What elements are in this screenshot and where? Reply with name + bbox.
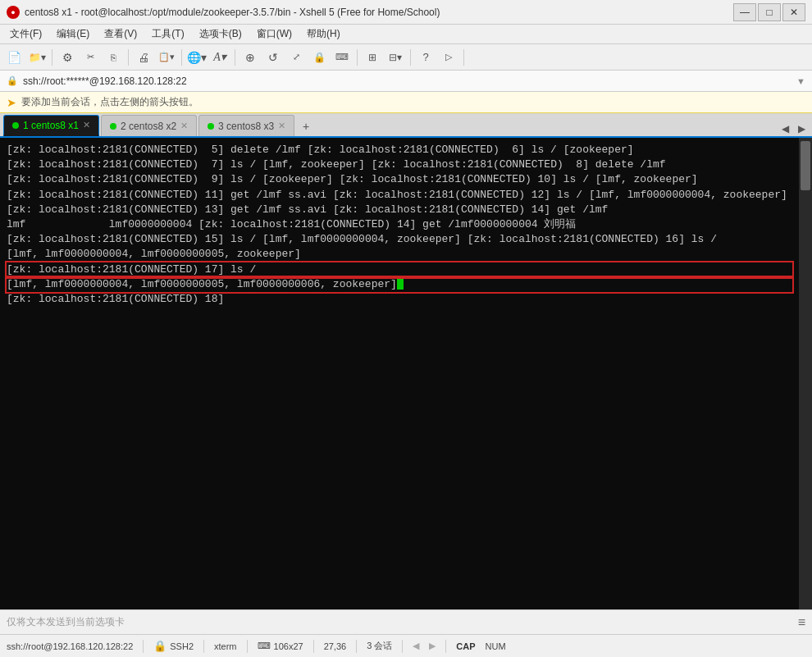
tab-add-button[interactable]: + <box>296 116 316 136</box>
status-terminal-section: xterm <box>214 641 237 651</box>
terminal-line: [zk: localhost:2181(CONNECTED) 14] get /… <box>333 203 608 216</box>
title-text: centos8 x1 - root@localhost:/opt/module/… <box>25 7 440 18</box>
toolbar-open[interactable]: 📁▾ <box>26 48 48 67</box>
toolbar: 📄 📁▾ ⚙ ✂ ⎘ 🖨 📋▾ 🌐▾ A▾ ⊕ ↺ ⤢ 🔒 ⌨ ⊞ ⊟▾ ? ▷ <box>0 44 812 71</box>
toolbar-add[interactable]: ⊞ <box>362 48 383 67</box>
status-protocol: SSH2 <box>170 641 194 651</box>
tab-nav-left-icon[interactable]: ◀ <box>778 121 792 136</box>
terminal-line: [zk: localhost:2181(CONNECTED) 7] ls / <box>7 158 256 171</box>
terminal-line: [lmf, lmf0000000004, lmf0000000005, lmf0… <box>7 277 792 292</box>
menu-view[interactable]: 查看(V) <box>98 25 144 43</box>
menu-tabs[interactable]: 选项卡(B) <box>193 25 249 43</box>
address-text: ssh://root:******@192.168.120.128:22 <box>23 75 187 87</box>
status-bar: ssh://root@192.168.120.128:22 🔒 SSH2 xte… <box>0 634 812 657</box>
terminal-scrollbar[interactable] <box>799 138 812 609</box>
app-icon: ● <box>7 6 20 19</box>
minimize-button[interactable]: — <box>733 3 756 21</box>
toolbar-keyboard[interactable]: ⌨ <box>331 48 353 67</box>
terminal-line: [lmf, lmf0000000004, zookeeper] <box>262 233 461 245</box>
toolbar-zoom[interactable]: ⤢ <box>285 48 307 67</box>
tab-close-2[interactable]: ✕ <box>180 121 188 131</box>
toolbar-print2[interactable]: 📋▾ <box>156 48 177 67</box>
tab-label-3: 3 centos8 x3 <box>218 121 274 132</box>
terminal-wrapper: [zk: localhost:2181(CONNECTED) 5] delete… <box>0 138 812 609</box>
menu-file[interactable]: 文件(F) <box>3 25 48 43</box>
scrollbar-thumb[interactable] <box>801 141 810 190</box>
terminal-line: 刘明福 <box>544 218 576 230</box>
menu-tools[interactable]: 工具(T) <box>145 25 190 43</box>
terminal-line: [zk: localhost:2181(CONNECTED) 5] delete… <box>7 144 301 156</box>
toolbar-minus[interactable]: ⊟▾ <box>385 48 406 67</box>
toolbar-lock[interactable]: 🔒 <box>308 48 330 67</box>
terminal-line: [zk: localhost:2181(CONNECTED) 9] ls / <box>7 173 256 185</box>
expand-icon[interactable]: ≡ <box>798 615 805 630</box>
terminal-cursor <box>397 279 404 290</box>
menu-help[interactable]: 帮助(H) <box>300 25 347 43</box>
toolbar-font[interactable]: A▾ <box>209 48 230 67</box>
terminal-line: [lmf, zookeeper] <box>262 158 365 171</box>
info-arrow-icon: ➤ <box>7 96 16 109</box>
terminal-line: [zk: localhost:2181(CONNECTED) 8] delete… <box>372 158 666 171</box>
status-host: ssh://root@192.168.120.128:22 <box>7 641 133 651</box>
terminal-line: [zk: localhost:2181(CONNECTED) 12] ls / <box>333 189 582 201</box>
terminal-line: [zk: localhost:2181(CONNECTED) 13] get /… <box>7 203 281 216</box>
bottom-input-bar: 仅将文本发送到当前选项卡 ≡ <box>0 609 812 634</box>
toolbar-btn2[interactable]: ↺ <box>262 48 284 67</box>
close-button[interactable]: ✕ <box>782 3 805 21</box>
tab-close-1[interactable]: ✕ <box>83 120 90 130</box>
terminal-line: [lmf, lmf0000000004, lmf0000000005, zook… <box>7 248 301 260</box>
terminal-line: lmf lmf0000000004 <box>7 218 192 230</box>
terminal-line: [zk: localhost:2181(CONNECTED) 17] ls / <box>7 262 792 277</box>
toolbar-web[interactable]: 🌐▾ <box>186 48 208 67</box>
tab-bar: 1 centos8 x1 ✕ 2 centos8 x2 ✕ 3 centos8 … <box>0 113 812 138</box>
toolbar-settings[interactable]: ⚙ <box>57 48 78 67</box>
status-sessions: 3 会话 <box>367 640 392 652</box>
terminal-line: [lmf, zookeeper] <box>595 173 698 185</box>
status-cap: CAP <box>456 641 475 651</box>
terminal-line: [zk: localhost:2181(CONNECTED) 14] get /… <box>198 218 537 230</box>
tab-nav-right-icon[interactable]: ▶ <box>794 121 809 136</box>
status-position-section: 27,36 <box>324 641 347 651</box>
terminal-line: [zk: localhost:2181(CONNECTED) 6] ls / <box>308 144 557 156</box>
menu-edit[interactable]: 编辑(E) <box>50 25 96 43</box>
tab-dot-1 <box>12 122 19 129</box>
status-num: NUM <box>486 641 506 651</box>
bottom-input-placeholder: 仅将文本发送到当前选项卡 <box>7 615 125 629</box>
tab-dot-3 <box>208 123 214 130</box>
tab-close-3[interactable]: ✕ <box>278 121 285 131</box>
lock-icon: 🔒 <box>7 75 18 86</box>
terminal-line: [zk: localhost:2181(CONNECTED) 15] ls / <box>7 233 256 245</box>
toolbar-copy[interactable]: ⎘ <box>103 48 124 67</box>
toolbar-help[interactable]: ? <box>415 48 436 67</box>
terminal-line: [zookeeper] <box>262 173 333 185</box>
toolbar-misc[interactable]: ▷ <box>438 48 459 67</box>
terminal-line: [zookeeper] <box>563 144 634 156</box>
status-scroll-right[interactable]: ▶ <box>429 641 436 651</box>
tab-1[interactable]: 1 centos8 x1 ✕ <box>3 115 99 136</box>
window-controls: — □ ✕ <box>733 3 805 21</box>
maximize-button[interactable]: □ <box>758 3 781 21</box>
status-host-text: ssh://root@192.168.120.128:22 <box>7 641 133 651</box>
status-lock-section: 🔒 SSH2 <box>153 640 194 652</box>
terminal[interactable]: [zk: localhost:2181(CONNECTED) 5] delete… <box>0 138 799 609</box>
status-scroll-left[interactable]: ◀ <box>413 641 419 651</box>
toolbar-btn1[interactable]: ⊕ <box>239 48 261 67</box>
toolbar-print[interactable]: 🖨 <box>133 48 154 67</box>
terminal-line: ss.avi <box>288 189 326 201</box>
terminal-line: [zk: localhost:2181(CONNECTED) 10] ls / <box>340 173 589 185</box>
info-text: 要添加当前会话，点击左侧的箭头按钮。 <box>21 95 198 109</box>
status-terminal-type: xterm <box>214 641 237 651</box>
address-dropdown-icon[interactable]: ▼ <box>796 76 805 86</box>
terminal-line: ss.avi <box>288 203 326 216</box>
tab-label-2: 2 centos8 x2 <box>121 121 176 132</box>
tab-label-1: 1 centos8 x1 <box>23 120 79 131</box>
info-bar: ➤ 要添加当前会话，点击左侧的箭头按钮。 <box>0 92 812 113</box>
status-sessions-section: 3 会话 <box>367 640 392 652</box>
tab-2[interactable]: 2 centos8 x2 ✕ <box>101 115 197 136</box>
toolbar-cut[interactable]: ✂ <box>80 48 101 67</box>
tab-3[interactable]: 3 centos8 x3 ✕ <box>198 115 294 136</box>
menu-window[interactable]: 窗口(W) <box>250 25 299 43</box>
toolbar-new[interactable]: 📄 <box>3 48 25 67</box>
tab-nav: ◀ ▶ <box>778 121 809 136</box>
terminal-line: [zk: localhost:2181(CONNECTED) 11] get /… <box>7 189 281 201</box>
